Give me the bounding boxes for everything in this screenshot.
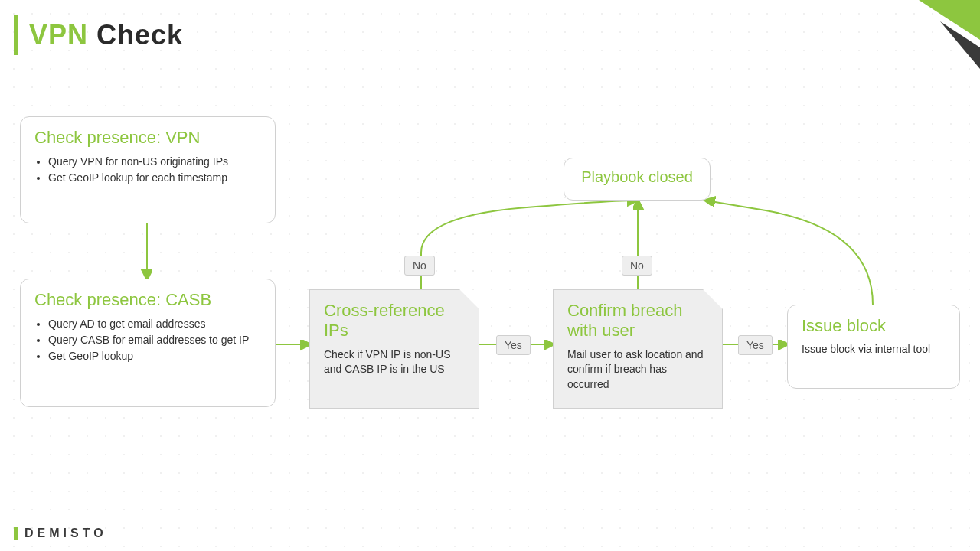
list-item: Get GeoIP lookup for each timestamp bbox=[48, 170, 261, 186]
node-check-vpn-title: Check presence: VPN bbox=[34, 128, 261, 148]
node-cross-reference: Cross-reference IPs Check if VPN IP is n… bbox=[309, 289, 479, 409]
label-no-1: No bbox=[404, 256, 435, 276]
title-part-1: VPN bbox=[29, 19, 88, 51]
node-cross-reference-title: Cross-reference IPs bbox=[324, 301, 465, 341]
footer-accent bbox=[14, 527, 18, 540]
node-cross-reference-desc: Check if VPN IP is non-US and CASB IP is… bbox=[324, 347, 465, 377]
svg-marker-0 bbox=[919, 0, 980, 40]
node-issue-block: Issue block Issue block via internal too… bbox=[787, 305, 960, 389]
node-confirm-breach: Confirm breach with user Mail user to as… bbox=[553, 289, 723, 409]
page-title-bar: VPN Check bbox=[14, 15, 183, 55]
node-confirm-breach-desc: Mail user to ask location and confirm if… bbox=[567, 347, 708, 393]
corner-decoration bbox=[873, 0, 980, 61]
page-title: VPN Check bbox=[29, 19, 183, 51]
node-playbook-closed-title: Playbook closed bbox=[578, 168, 696, 186]
node-check-vpn: Check presence: VPN Query VPN for non-US… bbox=[20, 116, 276, 223]
node-issue-block-title: Issue block bbox=[802, 316, 946, 336]
flow-connectors bbox=[0, 0, 980, 551]
node-playbook-closed: Playbook closed bbox=[564, 158, 710, 201]
title-part-2: Check bbox=[88, 19, 183, 51]
node-check-casb-title: Check presence: CASB bbox=[34, 290, 261, 310]
node-check-casb: Check presence: CASB Query AD to get ema… bbox=[20, 279, 276, 407]
label-no-2: No bbox=[622, 256, 652, 276]
label-yes-2: Yes bbox=[738, 335, 773, 355]
list-item: Query AD to get email addresses bbox=[48, 316, 261, 332]
footer-brand: DEMISTO bbox=[24, 527, 107, 540]
label-yes-1: Yes bbox=[496, 335, 531, 355]
footer: DEMISTO bbox=[14, 527, 107, 540]
node-confirm-breach-title: Confirm breach with user bbox=[567, 301, 708, 341]
node-issue-block-desc: Issue block via internal tool bbox=[802, 342, 946, 357]
title-accent bbox=[14, 15, 18, 55]
list-item: Get GeoIP lookup bbox=[48, 348, 261, 364]
list-item: Query VPN for non-US originating IPs bbox=[48, 154, 261, 170]
list-item: Query CASB for email addresses to get IP bbox=[48, 332, 261, 348]
